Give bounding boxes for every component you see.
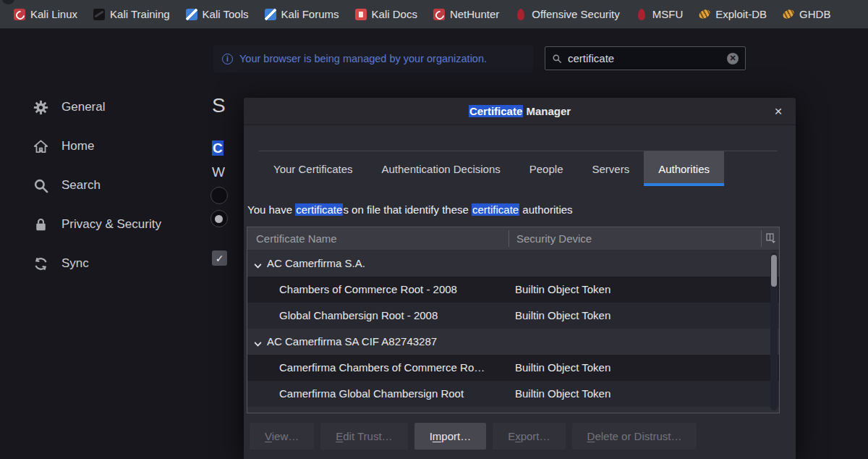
dialog-buttons: View…Edit Trust…Import…Export…Delete or … [250, 423, 697, 450]
sidebar-item-sync[interactable]: Sync [33, 244, 213, 283]
import-button[interactable]: Import… [414, 423, 487, 450]
certificate-name-cell: AC Camerfirma S.A. [267, 250, 365, 277]
button-accesskey: m [433, 430, 442, 442]
bookmark-kali-tools[interactable]: Kali Tools [178, 0, 257, 28]
column-certificate-name[interactable]: Certificate Name [256, 227, 337, 250]
tab-servers[interactable]: Servers [577, 151, 644, 186]
settings-search-field[interactable]: certificate ✕ [545, 46, 746, 70]
search-icon [552, 54, 562, 64]
security-device-cell: Builtin Object Token [515, 277, 610, 303]
bookmark-kali-linux[interactable]: Kali Linux [6, 0, 85, 28]
home-icon [33, 138, 49, 155]
bookmark-kali-training[interactable]: Kali Training [85, 0, 178, 28]
dialog-title: Certificate Manager [469, 105, 571, 117]
bookmark-label: Kali Forums [281, 8, 339, 20]
certificate-group-row[interactable]: AC Camerfirma SA CIF A82743287 [247, 329, 779, 355]
table-body: AC Camerfirma S.A.Chambers of Commerce R… [247, 250, 779, 413]
button-accesskey: D [587, 430, 595, 442]
dialog-titlebar: Certificate Manager × [244, 98, 796, 125]
clear-search-icon[interactable]: ✕ [727, 53, 739, 64]
bookmark-offensive-security[interactable]: Offensive Security [507, 0, 627, 28]
ghdb-icon [783, 9, 794, 20]
security-device-cell: Builtin Object Token [515, 381, 610, 407]
tab-label: Authentication Decisions [382, 163, 501, 175]
bookmark-kali-forums[interactable]: Kali Forums [257, 0, 347, 28]
bookmark-msfu[interactable]: MSFU [628, 0, 692, 28]
certificate-row[interactable]: Global Chambersign Root - 2008Builtin Ob… [247, 303, 779, 329]
sidebar-item-label: Sync [61, 256, 89, 271]
table-scrollbar[interactable] [770, 253, 778, 410]
settings-sidebar: GeneralHomeSearchPrivacy & SecuritySync [33, 88, 213, 283]
button-label: E [508, 430, 515, 442]
bookmark-label: Kali Linux [30, 8, 77, 20]
table-row-partial[interactable] [247, 407, 779, 413]
security-device-cell: Builtin Object Token [515, 355, 610, 381]
info-icon: i [222, 54, 233, 64]
msfu-icon [636, 9, 647, 20]
certificate-row[interactable]: Camerfirma Global Chambersign RootBuilti… [247, 381, 779, 407]
export-button: Export… [493, 423, 565, 450]
sidebar-item-label: Search [61, 178, 101, 193]
certificate-name-cell: Camerfirma Chambers of Commerce Ro… [279, 355, 485, 381]
certificate-group-row[interactable]: AC Camerfirma S.A. [247, 250, 779, 277]
column-separator[interactable] [509, 230, 509, 247]
chevron-down-icon[interactable] [254, 338, 262, 350]
close-icon[interactable]: × [769, 102, 788, 121]
bookmark-exploit-db[interactable]: Exploit-DB [691, 0, 775, 28]
tab-label: Authorities [658, 163, 710, 175]
lock-icon [33, 216, 49, 233]
bookmark-kali-docs[interactable]: Kali Docs [347, 0, 425, 28]
button-label: elete or Distrust… [595, 430, 681, 442]
sidebar-item-home[interactable]: Home [33, 127, 213, 166]
authorities-description: You have certificates on file that ident… [247, 203, 573, 216]
managed-notification-text: Your browser is being managed by your or… [239, 53, 487, 64]
page-text-fragment: W [212, 164, 225, 180]
bookmark-label: Kali Docs [372, 8, 417, 20]
bookmark-label: Kali Tools [203, 8, 249, 20]
title-highlighted-text: Certificate [469, 105, 523, 117]
certificate-manager-dialog: Certificate Manager × Your CertificatesA… [244, 98, 796, 459]
certificate-name-cell: AC Camerfirma SA CIF A82743287 [267, 329, 437, 355]
button-label: dit Trust… [343, 430, 392, 442]
bookmark-label: Exploit-DB [715, 8, 767, 20]
certificate-row[interactable]: Chambers of Commerce Root - 2008Builtin … [247, 277, 779, 303]
radio-button[interactable] [210, 210, 228, 227]
certificate-row[interactable]: Camerfirma Chambers of Commerce Ro…Built… [247, 355, 779, 381]
search-icon [33, 177, 49, 194]
chevron-down-icon[interactable] [254, 260, 262, 272]
bookmark-nethunter[interactable]: NetHunter [425, 0, 507, 28]
bookmark-label: GHDB [799, 8, 830, 20]
bookmark-label: MSFU [652, 8, 684, 20]
nethunter-icon [433, 9, 445, 20]
sidebar-item-search[interactable]: Search [33, 166, 213, 205]
column-picker-icon[interactable] [766, 233, 776, 245]
button-accesskey: V [265, 430, 272, 442]
button-accesskey: E [336, 430, 343, 442]
delete-or-distrust-button: Delete or Distrust… [572, 423, 697, 450]
offensive-security-icon [515, 9, 527, 20]
search-input-value[interactable]: certificate [568, 52, 721, 64]
tab-your-certificates[interactable]: Your Certificates [259, 151, 367, 186]
edit-trust-button: Edit Trust… [320, 423, 407, 450]
description-text: authorities [519, 203, 572, 216]
managed-notification: i Your browser is being managed by your … [213, 45, 533, 72]
tab-people[interactable]: People [515, 151, 578, 186]
tab-authentication-decisions[interactable]: Authentication Decisions [367, 151, 515, 186]
description-highlighted-text: certificate [472, 203, 519, 216]
column-security-device[interactable]: Security Device [516, 227, 592, 250]
tab-authorities[interactable]: Authorities [644, 151, 724, 186]
kali-linux-icon [14, 9, 25, 20]
bookmark-ghdb[interactable]: GHDB [775, 0, 838, 28]
radio-button[interactable] [210, 187, 228, 204]
tab-label: Your Certificates [273, 163, 353, 175]
view-button: View… [250, 423, 314, 450]
button-label: port… [521, 430, 550, 442]
button-accesskey: x [515, 430, 521, 442]
page-heading-fragment: S [212, 94, 226, 117]
sidebar-item-privacy-security[interactable]: Privacy & Security [33, 205, 213, 244]
description-text: s on file that identify these [343, 203, 472, 216]
bookmark-label: NetHunter [450, 8, 499, 20]
sidebar-item-general[interactable]: General [33, 88, 213, 127]
checkbox[interactable]: ✓ [212, 250, 227, 266]
scrollbar-thumb[interactable] [771, 255, 777, 287]
